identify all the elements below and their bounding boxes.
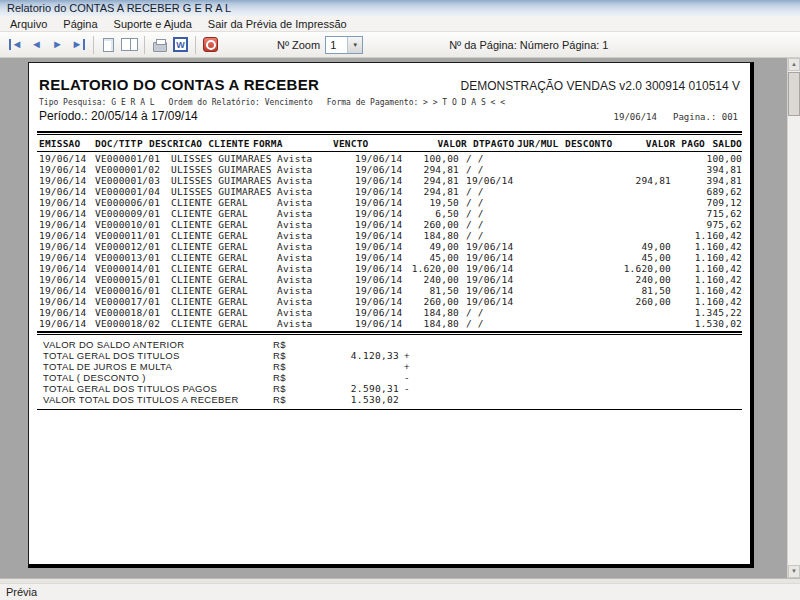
table-body: 19/06/14VE000001/01ULISSES GUIMARAESAvis… bbox=[39, 153, 742, 329]
menu-arquivo[interactable]: Arquivo bbox=[2, 16, 55, 32]
cell-doc: VE000001/04 bbox=[95, 186, 171, 197]
cell-vencto: 19/06/14 bbox=[331, 186, 401, 197]
cell-emissao: 19/06/14 bbox=[39, 296, 95, 307]
vertical-scrollbar[interactable]: ▲ ▼ bbox=[787, 58, 800, 578]
total-value: 2.590,31 bbox=[323, 383, 399, 394]
cell-forma: Avista bbox=[277, 285, 331, 296]
cell-forma: Avista bbox=[277, 230, 331, 241]
cell-vencto: 19/06/14 bbox=[331, 241, 401, 252]
table-row: 19/06/14VE000015/01CLIENTE GERALAvista19… bbox=[39, 274, 742, 285]
cell-forma: Avista bbox=[277, 219, 331, 230]
toolbar: ◄ ◄ ► ► W Nº Zoom 1 ▼ Nº da Página: Núme… bbox=[0, 32, 800, 58]
zoom-select[interactable]: 1 ▼ bbox=[325, 36, 363, 54]
cell-pago bbox=[599, 164, 671, 175]
single-page-view-button[interactable] bbox=[98, 35, 119, 55]
cell-desconto bbox=[555, 230, 599, 241]
cell-emissao: 19/06/14 bbox=[39, 153, 95, 164]
window-title: Relatorio do CONTAS A RECEBER G E R A L bbox=[7, 2, 231, 14]
cell-jurmul bbox=[515, 219, 555, 230]
scrollbar-thumb[interactable] bbox=[788, 72, 800, 116]
rule-under-rows bbox=[37, 331, 742, 335]
cell-jurmul bbox=[515, 263, 555, 274]
cell-forma: Avista bbox=[277, 208, 331, 219]
total-label: TOTAL ( DESCONTO ) bbox=[43, 372, 273, 383]
total-value: 4.120,33 bbox=[323, 350, 399, 361]
cell-saldo: 689,62 bbox=[671, 186, 742, 197]
cell-pago bbox=[599, 230, 671, 241]
total-label: TOTAL DE JUROS E MULTA bbox=[43, 361, 273, 372]
first-page-button[interactable]: ◄ bbox=[5, 35, 26, 55]
next-page-button[interactable]: ► bbox=[47, 35, 68, 55]
two-page-view-button[interactable] bbox=[119, 35, 140, 55]
cell-jurmul bbox=[515, 296, 555, 307]
status-bar: Prévia bbox=[0, 583, 800, 600]
cell-forma: Avista bbox=[277, 241, 331, 252]
total-row: TOTAL GERAL DOS TITULOS PAGOSR$2.590,31- bbox=[43, 383, 742, 394]
cell-dtpagto: 19/06/14 bbox=[459, 241, 515, 252]
table-header-row: EMISSAODOC/TITPDESCRICAO CLIENTEFORMAVEN… bbox=[39, 138, 742, 149]
export-word-button[interactable]: W bbox=[170, 35, 191, 55]
power-icon bbox=[203, 37, 218, 52]
prev-page-button[interactable]: ◄ bbox=[26, 35, 47, 55]
last-page-button[interactable]: ► bbox=[68, 35, 89, 55]
cell-valor: 240,00 bbox=[401, 274, 459, 285]
prev-page-icon: ◄ bbox=[31, 39, 42, 50]
column-header-valor: VALOR bbox=[429, 138, 467, 149]
cell-doc: VE000009/01 bbox=[95, 208, 171, 219]
column-header-vencto: VENCTO bbox=[333, 138, 429, 149]
cell-vencto: 19/06/14 bbox=[331, 175, 401, 186]
cell-vencto: 19/06/14 bbox=[331, 230, 401, 241]
filter-search-type: Tipo Pesquisa: G E R A L bbox=[39, 98, 155, 107]
scroll-down-icon[interactable]: ▼ bbox=[788, 565, 800, 578]
cell-valor: 260,00 bbox=[401, 296, 459, 307]
menu-suporte-e-ajuda[interactable]: Suporte e Ajuda bbox=[106, 16, 200, 32]
total-row: TOTAL ( DESCONTO )R$- bbox=[43, 372, 742, 383]
total-label: VALOR DO SALDO ANTERIOR bbox=[43, 339, 273, 350]
table-row: 19/06/14VE000018/02CLIENTE GERALAvista19… bbox=[39, 318, 742, 329]
filter-order: Ordem do Relatório: Vencimento bbox=[168, 98, 313, 107]
total-sign: + bbox=[399, 350, 415, 361]
cell-pago: 81,50 bbox=[599, 285, 671, 296]
cell-pago: 294,81 bbox=[599, 175, 671, 186]
cell-doc: VE000010/01 bbox=[95, 219, 171, 230]
cell-valor: 260,00 bbox=[401, 219, 459, 230]
cell-desconto bbox=[555, 296, 599, 307]
cell-dtpagto: / / bbox=[459, 208, 515, 219]
cell-forma: Avista bbox=[277, 296, 331, 307]
printer-icon bbox=[153, 42, 167, 52]
cell-cliente: CLIENTE GERAL bbox=[171, 241, 277, 252]
word-icon: W bbox=[173, 37, 188, 52]
report-date: 19/06/14 bbox=[614, 112, 657, 122]
print-button[interactable] bbox=[149, 35, 170, 55]
exit-preview-button[interactable] bbox=[200, 35, 221, 55]
report-page: RELATORIO DO CONTAS A RECEBER DEMONSTRAÇ… bbox=[28, 62, 754, 568]
total-row: TOTAL DE JUROS E MULTAR$+ bbox=[43, 361, 742, 372]
report-period: Período.: 20/05/14 à 17/09/14 bbox=[39, 109, 198, 123]
total-currency: R$ bbox=[273, 350, 323, 361]
cell-emissao: 19/06/14 bbox=[39, 307, 95, 318]
column-header-desconto: DESCONTO bbox=[565, 138, 623, 149]
cell-dtpagto: 19/06/14 bbox=[459, 296, 515, 307]
cell-doc: VE000016/01 bbox=[95, 285, 171, 296]
cell-desconto bbox=[555, 153, 599, 164]
cell-pago bbox=[599, 197, 671, 208]
cell-cliente: CLIENTE GERAL bbox=[171, 263, 277, 274]
cell-forma: Avista bbox=[277, 263, 331, 274]
cell-saldo: 709,12 bbox=[671, 197, 742, 208]
cell-emissao: 19/06/14 bbox=[39, 318, 95, 329]
single-page-icon bbox=[103, 38, 114, 52]
cell-desconto bbox=[555, 252, 599, 263]
cell-doc: VE000015/01 bbox=[95, 274, 171, 285]
cell-emissao: 19/06/14 bbox=[39, 274, 95, 285]
cell-dtpagto: / / bbox=[459, 186, 515, 197]
menu-sair-da-previa[interactable]: Sair da Prévia de Impressão bbox=[200, 16, 355, 32]
cell-jurmul bbox=[515, 208, 555, 219]
column-header-emissao: EMISSAO bbox=[39, 138, 95, 149]
next-page-icon: ► bbox=[52, 39, 63, 50]
scroll-up-icon[interactable]: ▲ bbox=[788, 58, 800, 71]
cell-pago bbox=[599, 307, 671, 318]
menu-pagina[interactable]: Página bbox=[55, 16, 105, 32]
cell-dtpagto: / / bbox=[459, 230, 515, 241]
cell-desconto bbox=[555, 285, 599, 296]
chevron-down-icon[interactable]: ▼ bbox=[347, 37, 362, 53]
